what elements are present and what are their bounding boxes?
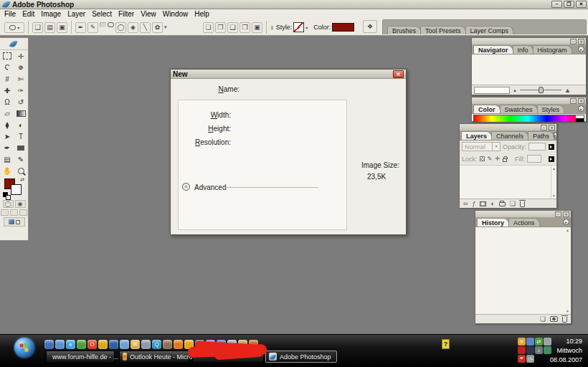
rectangle-tool-option-button[interactable] xyxy=(100,22,106,27)
dialog-close-button[interactable]: ✕ xyxy=(393,70,404,78)
slider-thumb[interactable] xyxy=(539,87,544,93)
clone-stamp-tool[interactable]: Ω xyxy=(1,96,14,108)
polygon-tool-option-button[interactable]: ◈ xyxy=(128,22,138,33)
ql-opera-icon[interactable]: O xyxy=(87,340,97,349)
ql-windows-icon[interactable] xyxy=(44,340,54,349)
menu-help[interactable]: Help xyxy=(194,10,209,18)
tool-preset-picker[interactable]: ▾ xyxy=(4,22,24,33)
black-white-swatch[interactable] xyxy=(576,115,584,122)
history-list[interactable]: ▲▼ xyxy=(475,227,571,314)
zoom-tool[interactable] xyxy=(14,165,28,176)
default-colors-icon[interactable] xyxy=(3,192,8,197)
standard-screen-button[interactable] xyxy=(1,209,9,216)
menu-image[interactable]: Image xyxy=(41,10,61,18)
navigator-zoom-input[interactable] xyxy=(474,87,510,94)
ql-globe-icon[interactable] xyxy=(120,340,129,349)
palette-minimize-button[interactable]: − xyxy=(555,211,561,217)
add-shape-area-button[interactable]: ❏ xyxy=(203,22,214,33)
crop-tool[interactable]: # xyxy=(1,73,14,85)
navigator-titlebar[interactable]: − ✕ xyxy=(472,38,586,45)
tab-layer-comps[interactable]: Layer Comps xyxy=(465,26,514,34)
lock-transparency-icon[interactable] xyxy=(480,156,485,161)
menu-window[interactable]: Window xyxy=(163,10,189,18)
exclude-shape-area-button[interactable]: ❒ xyxy=(240,22,250,33)
tab-paths[interactable]: Paths xyxy=(528,131,554,140)
tab-actions[interactable]: Actions xyxy=(508,218,540,227)
paths-mode-button[interactable]: ▤ xyxy=(44,22,55,33)
ql-firefox-icon[interactable] xyxy=(174,340,183,349)
new-snapshot-icon[interactable] xyxy=(550,316,558,322)
ql-internet-explorer-icon[interactable]: e xyxy=(66,340,75,349)
menu-layer[interactable]: Layer xyxy=(67,10,85,18)
tray-media-icon[interactable] xyxy=(518,346,526,354)
move-tool[interactable]: ✛ xyxy=(14,50,28,62)
add-mask-icon[interactable] xyxy=(480,201,486,206)
menu-filter[interactable]: Filter xyxy=(118,10,134,18)
palette-minimize-button[interactable]: − xyxy=(570,98,577,104)
magic-wand-tool[interactable]: ✵ xyxy=(14,62,28,73)
ql-key-icon[interactable] xyxy=(98,340,108,349)
ellipse-tool-option-button[interactable]: ◯ xyxy=(115,22,126,33)
dodge-tool[interactable]: ◐ xyxy=(14,119,28,130)
pen-tool[interactable]: ✒ xyxy=(1,142,14,153)
tray-mail-icon[interactable]: ✉ xyxy=(518,338,526,345)
menu-view[interactable]: View xyxy=(141,10,156,18)
palette-close-button[interactable]: ✕ xyxy=(563,211,569,217)
layers-titlebar[interactable]: − ✕ xyxy=(460,124,556,131)
blur-tool[interactable]: ⧫ xyxy=(1,119,14,130)
tab-info[interactable]: Info xyxy=(513,45,534,54)
blend-mode-dropdown[interactable]: Normal▾ xyxy=(462,142,501,151)
palette-menu-button[interactable]: ▸ xyxy=(563,219,569,225)
fill-pixels-mode-button[interactable]: ▣ xyxy=(57,22,67,33)
quick-mask-mode-button[interactable]: ◉ xyxy=(15,200,26,208)
palette-menu-button[interactable]: ▸ xyxy=(578,46,584,52)
layers-scrollbar[interactable]: ▲▼ xyxy=(551,166,556,199)
menu-file[interactable]: File xyxy=(4,10,16,18)
palette-minimize-button[interactable]: − xyxy=(541,125,547,130)
palette-close-button[interactable]: ✕ xyxy=(578,98,584,104)
color-titlebar[interactable]: − ✕ xyxy=(472,97,586,105)
eraser-tool[interactable]: ▱ xyxy=(1,108,14,119)
history-scrollbar[interactable]: ▲▼ xyxy=(565,227,571,314)
tab-swatches[interactable]: Swatches xyxy=(500,105,538,113)
eyedropper-tool[interactable]: ✎ xyxy=(14,153,28,165)
menu-select[interactable]: Select xyxy=(92,10,112,18)
ql-messenger-icon[interactable] xyxy=(55,340,65,349)
tray-antivirus-icon[interactable]: ☂ xyxy=(518,355,526,363)
custom-shape-tool-option-button[interactable]: ✿ xyxy=(152,22,163,33)
navigator-zoom-slider[interactable] xyxy=(520,90,561,90)
palette-menu-button[interactable]: ▸ xyxy=(554,132,557,138)
delete-state-icon[interactable] xyxy=(562,317,567,323)
standard-mode-button[interactable]: ◯ xyxy=(3,200,14,208)
swap-colors-icon[interactable]: ⇄ xyxy=(20,177,24,183)
rectangular-marquee-tool[interactable] xyxy=(1,50,14,62)
link-layers-icon[interactable]: ∞ xyxy=(463,200,468,207)
new-group-icon[interactable] xyxy=(499,202,506,206)
tray-update-icon[interactable]: ⇄ xyxy=(535,338,543,345)
lock-all-icon[interactable] xyxy=(503,158,507,162)
pen-tool-option-button[interactable]: ✒ xyxy=(75,22,86,33)
minimize-button[interactable]: − xyxy=(551,1,562,8)
taskbar-button-firefox[interactable]: www.forum-hilfe.de - ... xyxy=(46,351,115,363)
ql-tools-icon[interactable] xyxy=(163,340,172,349)
subtract-shape-area-button[interactable]: ❐ xyxy=(215,22,226,33)
ql-quicktime-icon[interactable]: Q xyxy=(152,340,161,349)
lock-position-icon[interactable]: ✛ xyxy=(495,156,500,162)
delete-layer-icon[interactable] xyxy=(520,201,525,207)
ql-green-sphere-icon[interactable] xyxy=(77,340,86,349)
bridge-button[interactable]: ❖ xyxy=(363,20,377,33)
line-tool-option-button[interactable]: ╲ xyxy=(140,22,151,33)
color-swatch[interactable] xyxy=(332,23,354,32)
shape-tool[interactable] xyxy=(14,142,28,153)
tray-display-icon[interactable] xyxy=(526,338,534,345)
ql-search-icon[interactable] xyxy=(141,340,151,349)
palette-close-button[interactable]: ✕ xyxy=(549,125,555,130)
style-dropdown-arrow[interactable]: ▾ xyxy=(305,25,308,30)
layer-style-icon[interactable]: ƒ xyxy=(472,200,475,207)
palette-menu-button[interactable]: ▸ xyxy=(578,105,584,112)
gradient-tool[interactable] xyxy=(14,108,28,119)
tray-network-icon[interactable] xyxy=(526,346,534,354)
advanced-toggle-button[interactable]: « xyxy=(182,183,190,191)
fullscreen-button[interactable] xyxy=(19,209,27,216)
tray-volume-icon[interactable]: ♪ xyxy=(535,346,543,354)
